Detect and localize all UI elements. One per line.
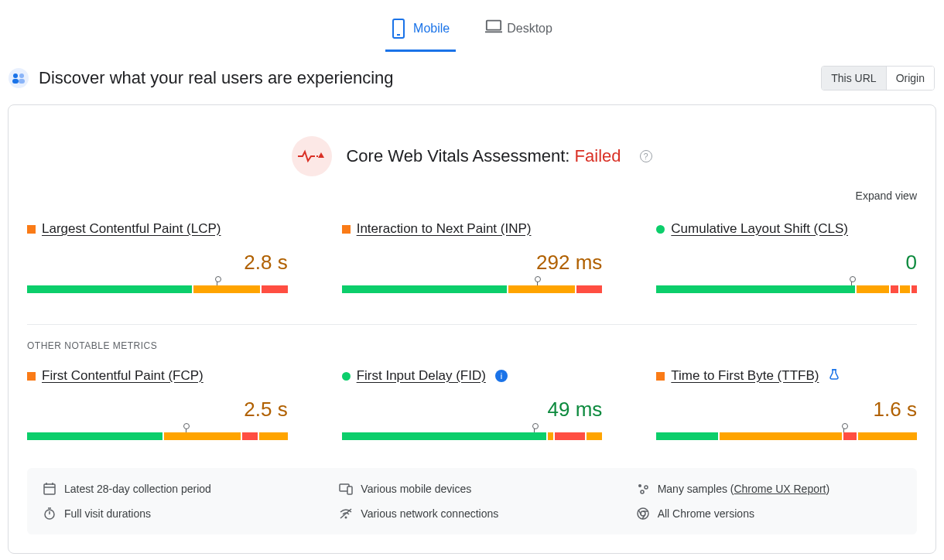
metric-fid-name[interactable]: First Input Delay (FID) [357,368,486,384]
footer-period: Latest 28-day collection period [43,482,308,496]
metric-fid-value: 49 ms [548,398,603,422]
tab-mobile[interactable]: Mobile [385,9,456,52]
svg-point-19 [645,486,648,489]
desktop-icon [485,19,499,39]
section-divider [27,324,917,325]
toggle-this-url[interactable]: This URL [822,67,885,90]
status-dot-orange [656,372,665,381]
other-metrics-label: OTHER NOTABLE METRICS [27,340,917,351]
svg-rect-1 [397,34,400,36]
device-tabs: Mobile Desktop [0,0,944,52]
page-title: Discover what your real users are experi… [39,68,394,88]
stopwatch-icon [43,507,56,521]
expand-view-link[interactable]: Expand view [856,190,917,202]
metric-ttfb-name[interactable]: Time to First Byte (TTFB) [671,368,819,384]
status-dot-orange [342,225,351,234]
metric-fcp-name[interactable]: First Contentful Paint (FCP) [42,368,204,384]
metric-cls-name[interactable]: Cumulative Layout Shift (CLS) [671,221,848,237]
footer-versions-text: All Chrome versions [658,507,754,520]
svg-marker-9 [318,152,324,158]
devices-icon [339,482,353,496]
footer-versions: All Chrome versions [636,507,901,521]
footer-devices: Various mobile devices [339,482,604,496]
svg-point-5 [13,73,18,78]
metric-fid-bar [342,432,603,440]
metric-fcp-value: 2.5 s [244,398,287,422]
scatter-icon [636,482,650,496]
footer-durations-text: Full visit durations [64,507,151,520]
footer-devices-text: Various mobile devices [361,483,471,495]
scope-toggle: This URL Origin [821,66,935,90]
svg-point-6 [19,73,24,78]
calendar-icon [43,482,56,496]
metric-inp-value: 292 ms [536,251,602,275]
svg-point-24 [345,517,347,519]
assessment-header: Core Web Vitals Assessment: Failed ? [27,105,917,183]
status-dot-orange [27,225,36,234]
tab-desktop-label: Desktop [507,22,552,36]
svg-point-20 [641,490,644,493]
footer-samples: Many samples (Chrome UX Report) [636,482,901,496]
header-row: Discover what your real users are experi… [0,52,944,104]
info-icon[interactable]: i [495,370,508,382]
svg-rect-2 [487,21,501,30]
metric-ttfb: Time to First Byte (TTFB) 1.6 s [656,368,917,446]
status-dot-green [656,225,665,234]
footer-durations: Full visit durations [43,507,308,521]
footer-samples-text: Many samples (Chrome UX Report) [658,483,830,495]
footer-info-box: Latest 28-day collection period Various … [27,468,917,534]
flask-icon[interactable] [828,368,840,384]
metric-inp-name[interactable]: Interaction to Next Paint (INP) [357,221,532,237]
core-vitals-grid: Largest Contentful Paint (LCP) 2.8 s Int… [27,221,917,299]
tab-desktop[interactable]: Desktop [479,9,559,52]
metric-inp: Interaction to Next Paint (INP) 292 ms [342,221,603,299]
assessment-prefix: Core Web Vitals Assessment: [346,146,574,166]
metric-cls-value: 0 [906,251,917,275]
tab-mobile-label: Mobile [413,22,450,36]
assessment-badge-icon [292,136,332,176]
assessment-card: Core Web Vitals Assessment: Failed ? Exp… [8,104,936,554]
metric-cls-bar [656,285,917,293]
toggle-origin[interactable]: Origin [886,67,934,90]
metric-cls: Cumulative Layout Shift (CLS) 0 [656,221,917,299]
status-dot-orange [27,372,36,381]
metric-ttfb-value: 1.6 s [874,398,917,422]
phone-icon [392,19,405,39]
assessment-status: Failed [575,146,621,166]
metric-lcp-value: 2.8 s [244,251,287,275]
metric-fid: First Input Delay (FID) i 49 ms [342,368,603,446]
chrome-ux-report-link[interactable]: Chrome UX Report [734,483,826,495]
help-icon[interactable]: ? [640,150,652,162]
metric-inp-bar [342,285,603,293]
svg-point-18 [638,484,641,487]
status-dot-green [342,372,351,381]
metric-lcp-name[interactable]: Largest Contentful Paint (LCP) [42,221,221,237]
users-globe-icon [8,67,29,89]
footer-connections-text: Various network connections [361,507,498,520]
svg-rect-17 [347,487,352,494]
footer-connections: Various network connections [339,507,604,521]
metric-ttfb-bar [656,432,917,440]
svg-point-4 [9,68,29,88]
other-metrics-grid: First Contentful Paint (FCP) 2.5 s First… [27,368,917,446]
metric-lcp-bar [27,285,288,293]
metric-fcp-bar [27,432,288,440]
metric-lcp: Largest Contentful Paint (LCP) 2.8 s [27,221,288,299]
footer-period-text: Latest 28-day collection period [64,483,211,495]
svg-rect-12 [44,484,55,494]
svg-rect-8 [19,79,25,84]
chrome-icon [636,507,650,521]
network-icon [339,507,353,521]
metric-fcp: First Contentful Paint (FCP) 2.5 s [27,368,288,446]
assessment-text: Core Web Vitals Assessment: Failed [346,146,621,166]
svg-rect-7 [12,79,19,84]
